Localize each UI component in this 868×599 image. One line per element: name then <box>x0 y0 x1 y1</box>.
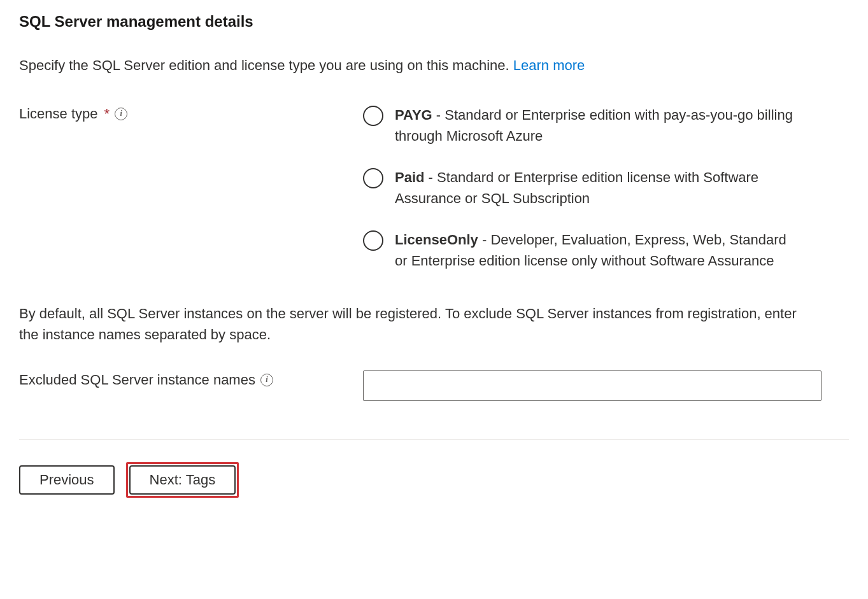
previous-button[interactable]: Previous <box>19 465 115 495</box>
radio-name: PAYG <box>395 107 432 123</box>
radio-name: LicenseOnly <box>395 232 478 248</box>
radio-option-licenseonly[interactable]: LicenseOnly - Developer, Evaluation, Exp… <box>363 229 849 271</box>
excluded-label-text: Excluded SQL Server instance names <box>19 372 255 388</box>
section-description: Specify the SQL Server edition and licen… <box>19 56 849 76</box>
required-indicator: * <box>104 106 110 122</box>
info-icon[interactable]: i <box>115 108 127 120</box>
license-type-row: License type * i PAYG - Standard or Ente… <box>19 104 849 271</box>
next-button[interactable]: Next: Tags <box>129 465 236 495</box>
footer-divider <box>19 439 849 440</box>
section-title: SQL Server management details <box>19 13 849 31</box>
radio-text: Paid - Standard or Enterprise edition li… <box>395 167 802 209</box>
license-type-radio-group: PAYG - Standard or Enterprise edition wi… <box>363 104 849 271</box>
radio-text: PAYG - Standard or Enterprise edition wi… <box>395 104 802 146</box>
radio-text: LicenseOnly - Developer, Evaluation, Exp… <box>395 229 802 271</box>
excluded-paragraph: By default, all SQL Server instances on … <box>19 303 809 345</box>
radio-option-payg[interactable]: PAYG - Standard or Enterprise edition wi… <box>363 104 849 146</box>
radio-circle <box>363 230 383 251</box>
radio-circle <box>363 168 383 188</box>
next-button-highlight: Next: Tags <box>126 462 239 498</box>
radio-option-paid[interactable]: Paid - Standard or Enterprise edition li… <box>363 167 849 209</box>
excluded-instances-label: Excluded SQL Server instance names i <box>19 370 363 388</box>
license-type-label: License type * i <box>19 104 363 122</box>
radio-desc: - Standard or Enterprise edition license… <box>395 169 758 206</box>
excluded-instances-row: Excluded SQL Server instance names i <box>19 370 849 401</box>
info-icon[interactable]: i <box>260 374 273 386</box>
radio-name: Paid <box>395 169 424 185</box>
learn-more-link[interactable]: Learn more <box>513 57 585 73</box>
excluded-instances-input[interactable] <box>363 370 822 401</box>
license-type-label-text: License type <box>19 106 98 122</box>
radio-circle <box>363 106 383 126</box>
description-text: Specify the SQL Server edition and licen… <box>19 57 513 73</box>
radio-desc: - Standard or Enterprise edition with pa… <box>395 107 793 144</box>
button-row: Previous Next: Tags <box>19 462 849 498</box>
